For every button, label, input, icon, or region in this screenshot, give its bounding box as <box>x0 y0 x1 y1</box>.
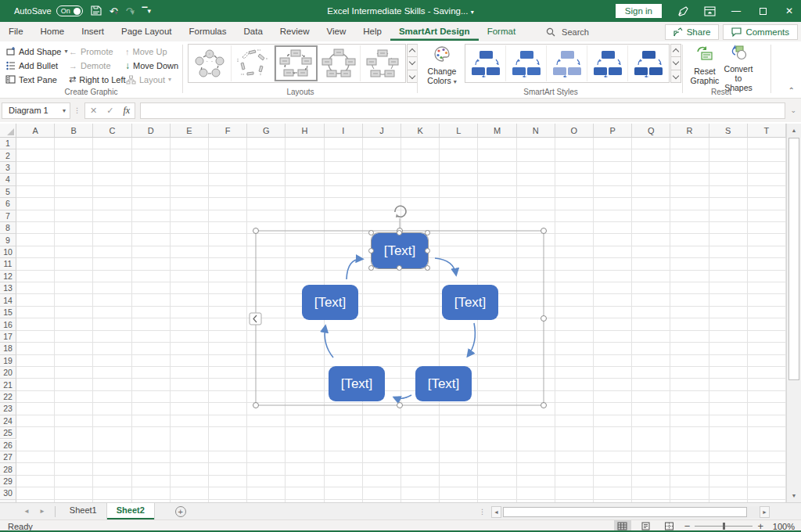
row-header-10[interactable]: 10 <box>0 246 16 258</box>
column-header-H[interactable]: H <box>286 124 324 138</box>
layout-thumb-basic-cycle[interactable] <box>189 45 232 81</box>
row-header-25[interactable]: 25 <box>0 427 16 439</box>
node-resize-handle[interactable] <box>368 265 374 271</box>
row-header-1[interactable]: 1 <box>0 138 16 149</box>
new-sheet-button[interactable]: + <box>175 506 186 517</box>
layout-button[interactable]: Layout▾ <box>125 73 171 86</box>
row-header-6[interactable]: 6 <box>0 198 16 210</box>
node-resize-handle[interactable] <box>368 248 374 253</box>
smartart-node-left[interactable]: [Text] <box>302 285 358 320</box>
ribbon-tab-insert[interactable]: Insert <box>73 23 113 41</box>
column-header-N[interactable]: N <box>517 124 555 138</box>
node-resize-handle[interactable] <box>397 265 402 271</box>
save-icon[interactable] <box>91 5 102 17</box>
column-header-P[interactable]: P <box>594 124 632 138</box>
layouts-more-button[interactable] <box>407 70 418 83</box>
row-header-17[interactable]: 17 <box>0 331 16 343</box>
enter-formula-icon[interactable]: ✓ <box>106 106 113 116</box>
column-header-J[interactable]: J <box>363 124 401 138</box>
vertical-scrollbar[interactable]: ▲ ▼ <box>786 124 801 502</box>
ribbon-tab-help[interactable]: Help <box>354 23 390 41</box>
maximize-button[interactable] <box>751 0 774 22</box>
column-header-T[interactable]: T <box>748 124 786 138</box>
style-thumb-5[interactable] <box>628 45 669 81</box>
sign-in-button[interactable]: Sign in <box>616 4 662 18</box>
row-header-30[interactable]: 30 <box>0 487 16 499</box>
customize-qat-icon[interactable]: ▔▾ <box>142 8 151 15</box>
smartart-node-top[interactable]: [Text] <box>372 233 428 268</box>
node-resize-handle[interactable] <box>425 265 430 271</box>
styles-more-button[interactable] <box>670 70 681 83</box>
minimize-button[interactable]: — <box>724 0 748 22</box>
autosave-toggle[interactable]: AutoSave On <box>14 5 83 16</box>
name-box-dropdown-icon[interactable]: ▾ <box>63 107 66 114</box>
ribbon-tab-format[interactable]: Format <box>479 23 524 41</box>
add-bullet-button[interactable]: Add Bullet <box>5 59 58 72</box>
ribbon-tab-home[interactable]: Home <box>32 23 74 41</box>
node-resize-handle[interactable] <box>425 248 430 253</box>
hscroll-left-arrow[interactable]: ◄ <box>491 506 501 518</box>
styles-scroll-down[interactable] <box>670 57 681 70</box>
layout-thumb-text-cycle[interactable] <box>232 45 275 81</box>
row-header-15[interactable]: 15 <box>0 307 16 318</box>
smartart-node-bottom-left[interactable]: [Text] <box>329 366 385 401</box>
styles-scroll-up[interactable] <box>670 44 681 57</box>
name-box[interactable]: Diagram 1 ▾ <box>2 102 70 119</box>
column-header-D[interactable]: D <box>132 124 171 138</box>
style-thumb-3[interactable] <box>547 45 587 81</box>
column-header-C[interactable]: C <box>93 124 131 138</box>
change-colors-button[interactable]: Change Colors ▾ <box>422 44 462 92</box>
row-header-13[interactable]: 13 <box>0 282 16 294</box>
row-header-14[interactable]: 14 <box>0 294 16 306</box>
column-header-Q[interactable]: Q <box>632 124 670 138</box>
smartart-node-bottom-right[interactable]: [Text] <box>415 366 472 401</box>
close-button[interactable]: ✕ <box>778 0 801 22</box>
redo-button[interactable]: ↷▾ <box>126 6 135 16</box>
style-thumb-4[interactable] <box>587 45 628 81</box>
ribbon-tab-data[interactable]: Data <box>235 23 271 41</box>
row-header-28[interactable]: 28 <box>0 463 16 475</box>
zoom-slider[interactable] <box>695 526 753 527</box>
search-box[interactable]: Search <box>546 27 589 37</box>
row-header-9[interactable]: 9 <box>0 234 16 246</box>
ribbon-tab-page-layout[interactable]: Page Layout <box>113 23 181 41</box>
ribbon-tab-review[interactable]: Review <box>271 23 318 41</box>
sheet-tab-sheet1[interactable]: Sheet1 <box>60 503 106 519</box>
style-thumb-1-selected[interactable] <box>465 45 506 81</box>
right-to-left-button[interactable]: ⇄Right to Left <box>69 73 126 86</box>
column-header-R[interactable]: R <box>670 124 709 138</box>
row-header-22[interactable]: 22 <box>0 391 16 403</box>
insert-function-icon[interactable]: fx <box>123 105 130 117</box>
text-pane-button[interactable]: Text Pane <box>5 73 57 86</box>
comments-button[interactable]: Comments <box>723 24 798 40</box>
layouts-scroll-up[interactable] <box>407 44 418 57</box>
row-header-11[interactable]: 11 <box>0 258 16 270</box>
column-header-K[interactable]: K <box>401 124 440 138</box>
promote-button[interactable]: ←Promote <box>69 45 113 58</box>
column-header-S[interactable]: S <box>709 124 748 138</box>
column-header-F[interactable]: F <box>209 124 247 138</box>
sheet-nav-left-icon[interactable]: ◄ <box>19 508 34 515</box>
share-button[interactable]: Share <box>665 24 720 40</box>
column-header-O[interactable]: O <box>555 124 594 138</box>
column-header-B[interactable]: B <box>55 124 93 138</box>
expand-formula-bar-icon[interactable]: ⌄ <box>790 106 796 114</box>
row-header-20[interactable]: 20 <box>0 367 16 379</box>
column-header-E[interactable]: E <box>171 124 209 138</box>
scroll-down-arrow[interactable]: ▼ <box>787 489 801 502</box>
row-header-8[interactable]: 8 <box>0 222 16 234</box>
horizontal-scrollbar[interactable] <box>501 506 760 518</box>
sheet-nav-right-icon[interactable]: ► <box>34 508 50 515</box>
column-header-L[interactable]: L <box>440 124 478 138</box>
convert-to-shapes-button[interactable]: Convert to Shapes <box>721 44 756 92</box>
ribbon-tab-smartart-design[interactable]: SmartArt Design <box>390 23 479 41</box>
scroll-up-arrow[interactable]: ▲ <box>787 124 801 137</box>
row-header-18[interactable]: 18 <box>0 343 16 354</box>
column-header-G[interactable]: G <box>247 124 286 138</box>
move-down-button[interactable]: ↓Move Down <box>125 59 178 72</box>
layout-thumb-continuous-cycle[interactable] <box>318 45 361 81</box>
row-header-24[interactable]: 24 <box>0 415 16 427</box>
style-thumb-2[interactable] <box>506 45 547 81</box>
tabbar-splitter[interactable]: ⋮ <box>479 508 487 516</box>
layout-thumb-multidirectional-cycle[interactable] <box>361 45 404 81</box>
